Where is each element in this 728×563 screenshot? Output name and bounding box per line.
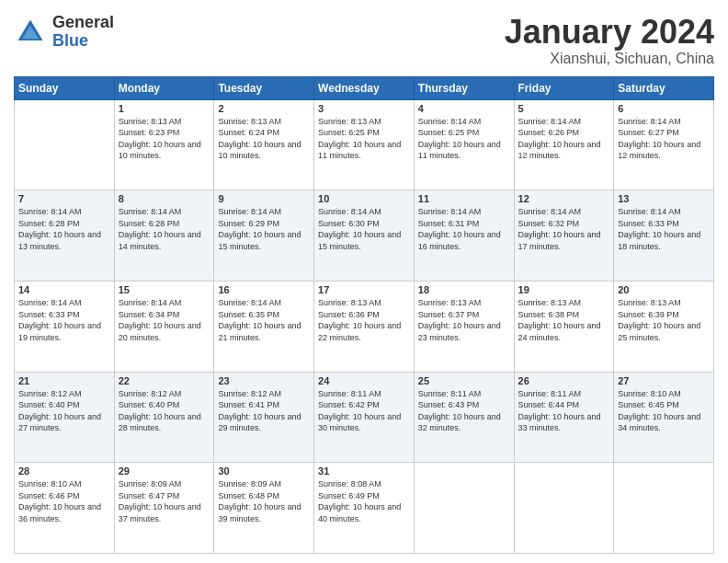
sunset-text: Sunset: 6:33 PM	[618, 219, 679, 228]
day-info: Sunrise: 8:10 AM Sunset: 6:46 PM Dayligh…	[18, 478, 110, 524]
sunset-text: Sunset: 6:41 PM	[218, 400, 279, 409]
calendar-day-cell: 5 Sunrise: 8:14 AM Sunset: 6:26 PM Dayli…	[514, 99, 614, 190]
calendar-day-cell: 28 Sunrise: 8:10 AM Sunset: 6:46 PM Dayl…	[15, 463, 115, 554]
daylight-text: Daylight: 10 hours and 36 minutes.	[18, 502, 101, 523]
sunset-text: Sunset: 6:32 PM	[518, 219, 580, 228]
calendar-day-cell: 30 Sunrise: 8:09 AM Sunset: 6:48 PM Dayl…	[214, 463, 314, 554]
day-info: Sunrise: 8:14 AM Sunset: 6:29 PM Dayligh…	[218, 206, 310, 252]
day-info: Sunrise: 8:14 AM Sunset: 6:31 PM Dayligh…	[418, 206, 510, 252]
day-info: Sunrise: 8:12 AM Sunset: 6:40 PM Dayligh…	[18, 388, 110, 434]
day-info: Sunrise: 8:14 AM Sunset: 6:30 PM Dayligh…	[318, 206, 410, 252]
calendar-day-cell: 2 Sunrise: 8:13 AM Sunset: 6:24 PM Dayli…	[214, 99, 314, 190]
calendar-header-row: Sunday Monday Tuesday Wednesday Thursday…	[15, 76, 714, 99]
calendar-day-cell: 21 Sunrise: 8:12 AM Sunset: 6:40 PM Dayl…	[15, 372, 115, 463]
calendar-day-cell: 22 Sunrise: 8:12 AM Sunset: 6:40 PM Dayl…	[114, 372, 214, 463]
day-info: Sunrise: 8:10 AM Sunset: 6:45 PM Dayligh…	[618, 388, 710, 434]
daylight-text: Daylight: 10 hours and 27 minutes.	[18, 412, 101, 433]
sunrise-text: Sunrise: 8:09 AM	[218, 479, 281, 488]
sunset-text: Sunset: 6:24 PM	[218, 128, 279, 137]
sunset-text: Sunset: 6:48 PM	[218, 491, 279, 500]
sunset-text: Sunset: 6:27 PM	[618, 128, 679, 137]
calendar-day-cell: 29 Sunrise: 8:09 AM Sunset: 6:47 PM Dayl…	[114, 463, 214, 554]
day-number: 25	[418, 375, 510, 386]
calendar-day-cell: 18 Sunrise: 8:13 AM Sunset: 6:37 PM Dayl…	[414, 281, 514, 372]
day-number: 7	[18, 193, 110, 204]
col-monday: Monday	[114, 76, 214, 99]
day-info: Sunrise: 8:13 AM Sunset: 6:25 PM Dayligh…	[318, 116, 410, 162]
sunrise-text: Sunrise: 8:14 AM	[618, 207, 681, 216]
sunset-text: Sunset: 6:49 PM	[318, 491, 380, 500]
day-info: Sunrise: 8:12 AM Sunset: 6:40 PM Dayligh…	[119, 388, 210, 434]
logo: General Blue	[14, 14, 114, 51]
day-number: 27	[618, 375, 710, 386]
sunrise-text: Sunrise: 8:14 AM	[418, 207, 482, 216]
sunrise-text: Sunrise: 8:13 AM	[418, 298, 482, 307]
daylight-text: Daylight: 10 hours and 12 minutes.	[618, 140, 700, 161]
day-info: Sunrise: 8:12 AM Sunset: 6:41 PM Dayligh…	[218, 388, 310, 434]
day-info: Sunrise: 8:14 AM Sunset: 6:26 PM Dayligh…	[518, 116, 610, 162]
daylight-text: Daylight: 10 hours and 29 minutes.	[218, 412, 301, 433]
calendar-day-cell: 24 Sunrise: 8:11 AM Sunset: 6:42 PM Dayl…	[314, 372, 415, 463]
page: General Blue January 2024 Xianshui, Sich…	[0, 0, 728, 563]
calendar-day-cell: 4 Sunrise: 8:14 AM Sunset: 6:25 PM Dayli…	[414, 99, 514, 190]
sunset-text: Sunset: 6:36 PM	[318, 310, 380, 319]
header: General Blue January 2024 Xianshui, Sich…	[14, 14, 714, 67]
sunrise-text: Sunrise: 8:14 AM	[518, 207, 582, 216]
day-number: 17	[318, 284, 410, 295]
sunset-text: Sunset: 6:40 PM	[119, 400, 180, 409]
col-tuesday: Tuesday	[214, 76, 314, 99]
day-number: 19	[518, 284, 610, 295]
sunrise-text: Sunrise: 8:14 AM	[119, 298, 182, 307]
calendar-day-cell: 6 Sunrise: 8:14 AM Sunset: 6:27 PM Dayli…	[614, 99, 714, 190]
col-sunday: Sunday	[15, 76, 115, 99]
day-number: 22	[119, 375, 210, 386]
sunset-text: Sunset: 6:47 PM	[119, 491, 180, 500]
sunset-text: Sunset: 6:30 PM	[318, 219, 380, 228]
daylight-text: Daylight: 10 hours and 14 minutes.	[119, 230, 201, 251]
sunrise-text: Sunrise: 8:14 AM	[18, 298, 82, 307]
day-number: 31	[318, 465, 410, 477]
calendar-day-cell: 1 Sunrise: 8:13 AM Sunset: 6:23 PM Dayli…	[114, 99, 214, 190]
day-info: Sunrise: 8:14 AM Sunset: 6:28 PM Dayligh…	[119, 206, 210, 252]
daylight-text: Daylight: 10 hours and 12 minutes.	[518, 140, 601, 161]
day-info: Sunrise: 8:13 AM Sunset: 6:24 PM Dayligh…	[218, 116, 310, 162]
sunrise-text: Sunrise: 8:12 AM	[119, 389, 182, 398]
sunrise-text: Sunrise: 8:14 AM	[318, 207, 381, 216]
sunrise-text: Sunrise: 8:10 AM	[618, 389, 681, 398]
calendar-day-cell	[514, 463, 614, 554]
sunrise-text: Sunrise: 8:13 AM	[618, 298, 681, 307]
day-number: 9	[218, 193, 310, 204]
day-number: 29	[119, 465, 210, 477]
sunset-text: Sunset: 6:42 PM	[318, 400, 380, 409]
sunset-text: Sunset: 6:26 PM	[518, 128, 580, 137]
day-number: 18	[418, 284, 510, 295]
day-info: Sunrise: 8:13 AM Sunset: 6:39 PM Dayligh…	[618, 297, 710, 343]
daylight-text: Daylight: 10 hours and 22 minutes.	[318, 321, 401, 342]
calendar-day-cell: 19 Sunrise: 8:13 AM Sunset: 6:38 PM Dayl…	[514, 281, 614, 372]
calendar-day-cell: 7 Sunrise: 8:14 AM Sunset: 6:28 PM Dayli…	[15, 190, 115, 282]
calendar-day-cell: 12 Sunrise: 8:14 AM Sunset: 6:32 PM Dayl…	[514, 190, 614, 282]
sunrise-text: Sunrise: 8:12 AM	[218, 389, 281, 398]
calendar-day-cell: 23 Sunrise: 8:12 AM Sunset: 6:41 PM Dayl…	[214, 372, 314, 463]
sunset-text: Sunset: 6:28 PM	[119, 219, 180, 228]
calendar-day-cell: 25 Sunrise: 8:11 AM Sunset: 6:43 PM Dayl…	[414, 372, 514, 463]
day-info: Sunrise: 8:14 AM Sunset: 6:34 PM Dayligh…	[119, 297, 210, 343]
day-number: 23	[218, 375, 310, 386]
day-info: Sunrise: 8:09 AM Sunset: 6:47 PM Dayligh…	[119, 478, 210, 524]
daylight-text: Daylight: 10 hours and 10 minutes.	[119, 140, 201, 161]
calendar-day-cell: 31 Sunrise: 8:08 AM Sunset: 6:49 PM Dayl…	[314, 463, 415, 554]
day-number: 13	[618, 193, 710, 204]
sunrise-text: Sunrise: 8:11 AM	[418, 389, 482, 398]
day-number: 20	[618, 284, 710, 295]
day-info: Sunrise: 8:14 AM Sunset: 6:27 PM Dayligh…	[618, 116, 710, 162]
calendar-day-cell: 20 Sunrise: 8:13 AM Sunset: 6:39 PM Dayl…	[614, 281, 714, 372]
day-info: Sunrise: 8:08 AM Sunset: 6:49 PM Dayligh…	[318, 478, 410, 524]
daylight-text: Daylight: 10 hours and 23 minutes.	[418, 321, 501, 342]
day-info: Sunrise: 8:14 AM Sunset: 6:33 PM Dayligh…	[618, 206, 710, 252]
sunrise-text: Sunrise: 8:14 AM	[218, 207, 281, 216]
daylight-text: Daylight: 10 hours and 10 minutes.	[218, 140, 301, 161]
day-info: Sunrise: 8:09 AM Sunset: 6:48 PM Dayligh…	[218, 478, 310, 524]
logo-text: General Blue	[52, 14, 114, 51]
sunrise-text: Sunrise: 8:14 AM	[218, 298, 281, 307]
sunrise-text: Sunrise: 8:12 AM	[18, 389, 82, 398]
